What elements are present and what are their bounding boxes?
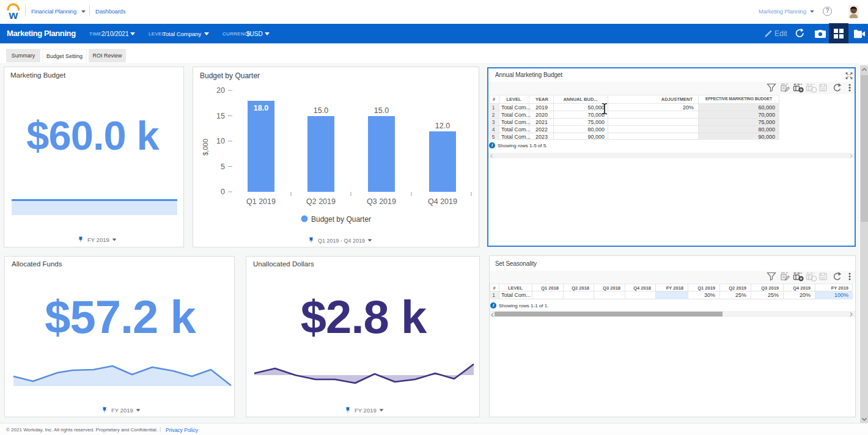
svg-text:10: 10	[216, 137, 225, 145]
svg-text:15: 15	[216, 112, 225, 120]
svg-text:5: 5	[221, 163, 225, 171]
svg-text:15.0: 15.0	[314, 106, 328, 115]
svg-text:Q4 2019: Q4 2019	[428, 197, 457, 206]
svg-text:18.0: 18.0	[254, 104, 268, 112]
svg-text:12.0: 12.0	[435, 122, 450, 130]
svg-text:0: 0	[221, 188, 225, 196]
svg-text:Q2 2019: Q2 2019	[306, 197, 336, 206]
svg-text:w: w	[8, 9, 18, 20]
svg-text:15.0: 15.0	[374, 106, 389, 115]
svg-text:Q1 2019: Q1 2019	[246, 197, 276, 206]
svg-text:Budget by Quarter: Budget by Quarter	[311, 215, 371, 224]
svg-text:20: 20	[216, 86, 225, 95]
svg-text:Q3 2019: Q3 2019	[367, 197, 396, 206]
svg-text:$,000: $,000	[202, 139, 209, 156]
